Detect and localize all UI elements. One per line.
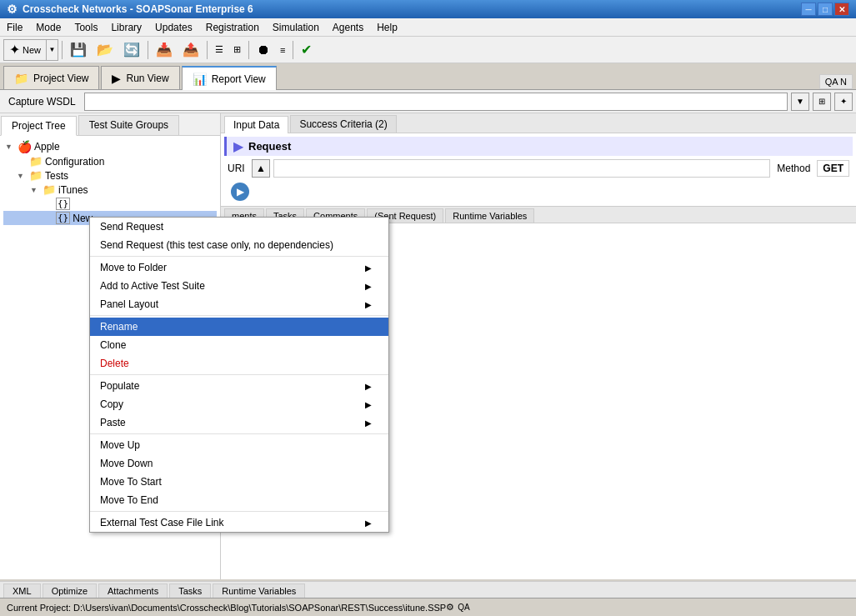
new-button-main[interactable]: ✦ New [4,40,46,59]
ctx-copy[interactable]: Copy ▶ [90,395,388,413]
tree-item-tests[interactable]: ▼ 📁 Tests [3,168,217,183]
ctx-paste-label: Paste [100,417,126,428]
ctx-sep-2 [90,315,388,316]
ctx-sep-1 [90,256,388,257]
request-send-btn[interactable]: ▶ [233,138,243,154]
ctx-arrow-external-link: ▶ [365,518,372,528]
ctx-move-up[interactable]: Move Up [90,436,388,454]
ctx-copy-label: Copy [100,398,123,410]
project-tree-tab[interactable]: Project Tree [1,116,77,136]
ctx-send-request[interactable]: Send Request [90,218,388,236]
report-view-tab[interactable]: 📊 Report View [182,66,277,90]
ctx-move-to-folder[interactable]: Move to Folder ▶ [90,258,388,277]
ctx-sep-5 [90,511,388,512]
toolbar-separator-2 [148,41,148,59]
ctx-arrow-copy: ▶ [365,400,372,409]
app-tab-xml[interactable]: XML [3,583,41,598]
new-button-group[interactable]: ✦ New ▼ [3,39,58,61]
toolbar-list-btn[interactable]: ≡ [276,39,289,61]
success-criteria-tab[interactable]: Success Criteria (2) [290,115,396,133]
ctx-add-to-test-suite[interactable]: Add to Active Test Suite ▶ [90,277,388,295]
menu-library[interactable]: Library [104,18,148,36]
uri-input[interactable] [273,159,770,178]
title-bar-text: Crosscheck Networks - SOAPSonar Enterpri… [23,3,253,15]
capture-wsdl-dropdown-btn[interactable]: ▼ [791,93,809,111]
ctx-move-to-folder-label: Move to Folder [100,262,167,273]
toolbar-export-btn[interactable]: 📤 [178,39,203,61]
toolbar-open-btn[interactable]: 📂 [93,39,118,61]
toolbar-separator-3 [207,41,208,59]
ctx-external-link[interactable]: External Test Case File Link ▶ [90,513,388,532]
table-icon: ⊞ [233,44,241,55]
toolbar-separator-5 [293,41,293,59]
ctx-move-to-end-label: Move To End [100,494,158,506]
circle-icon: ⏺ [257,43,270,58]
app-tab-tasks[interactable]: Tasks [169,583,211,598]
app-tab-runtime-variables[interactable]: Runtime Variables [213,583,305,598]
ctx-rename[interactable]: Rename [90,318,388,336]
ctx-send-request-only[interactable]: Send Request (this test case only, no de… [90,236,388,254]
ctx-arrow-move-to-folder: ▶ [365,263,372,273]
menu-tools[interactable]: Tools [68,18,104,36]
capture-wsdl-extra-btn[interactable]: ✦ [834,93,853,111]
close-button[interactable]: ✕ [834,3,849,16]
project-view-tab[interactable]: 📁 Project View [3,66,99,89]
menu-updates[interactable]: Updates [148,18,199,36]
refresh-icon: 🔄 [123,42,140,58]
toolbar-import-btn[interactable]: 📥 [152,39,177,61]
tests-label: Tests [45,170,68,182]
uri-arrow-btn[interactable]: ▲ [252,159,270,178]
capture-wsdl-action-btn[interactable]: ⊞ [813,93,831,111]
toolbar-check-btn[interactable]: ✔ [297,39,316,61]
configuration-label: Configuration [45,156,104,168]
menu-agents[interactable]: Agents [326,18,370,36]
project-view-label: Project View [33,73,88,84]
context-menu: Send Request Send Request (this test cas… [89,217,389,533]
app-bottom-tabs: XML Optimize Attachments Tasks Runtime V… [0,581,856,598]
title-bar: ⚙ Crosscheck Networks - SOAPSonar Enterp… [0,0,856,18]
toolbar-save-btn[interactable]: 💾 [66,39,91,61]
status-right: ⚙ QA [446,602,469,613]
tree-item-itunes[interactable]: ▼ 📁 iTunes [3,183,217,197]
maximize-button[interactable]: □ [818,3,833,16]
configuration-icon: 📁 [29,155,43,168]
new-dropdown-arrow[interactable]: ▼ [46,40,58,60]
input-data-tab[interactable]: Input Data [224,116,288,133]
ctx-move-down[interactable]: Move Down [90,454,388,473]
toolbar-circle-btn[interactable]: ⏺ [253,39,274,61]
tree-item-configuration[interactable]: 📁 Configuration [3,154,217,168]
ctx-move-to-start[interactable]: Move To Start [90,473,388,491]
app-tab-attachments[interactable]: Attachments [98,583,168,598]
toolbar-table-btn[interactable]: ⊞ [229,39,245,61]
ctx-panel-layout[interactable]: Panel Layout ▶ [90,295,388,313]
toolbar-separator-4 [248,41,249,59]
status-text: Current Project: D:\Users\ivan\Documents… [7,603,446,613]
run-view-icon: ▶ [112,72,121,85]
minimize-button[interactable]: ─ [801,3,816,16]
ctx-delete[interactable]: Delete [90,354,388,373]
ctx-paste[interactable]: Paste ▶ [90,413,388,432]
tree-item-apple[interactable]: ▼ 🍎 Apple [3,139,217,154]
run-view-tab[interactable]: ▶ Run View [101,66,179,89]
test-suite-groups-tab[interactable]: Test Suite Groups [78,115,179,135]
itunes-label: iTunes [58,184,88,196]
menu-mode[interactable]: Mode [29,18,68,36]
ctx-clone[interactable]: Clone [90,336,388,354]
menu-simulation[interactable]: Simulation [266,18,326,36]
tree-item-unnamed[interactable]: {} [3,197,217,211]
toolbar-grid-btn[interactable]: ☰ [211,39,228,61]
app-tab-optimize[interactable]: Optimize [43,583,97,598]
menu-file[interactable]: File [0,18,29,36]
request-action-icon: ▶ [237,186,244,198]
ctx-sep-3 [90,374,388,375]
menu-help[interactable]: Help [370,18,404,36]
ctx-populate[interactable]: Populate ▶ [90,377,388,395]
menu-registration[interactable]: Registration [199,18,266,36]
toolbar-refresh-btn[interactable]: 🔄 [119,39,144,61]
bottom-tab-runtime-variables[interactable]: Runtime Variables [445,208,534,223]
capture-wsdl-input[interactable] [84,93,788,111]
apple-label: Apple [34,141,60,153]
ctx-move-to-end[interactable]: Move To End [90,491,388,509]
qa-badge: QA N [819,74,853,89]
export-icon: 📤 [183,42,199,58]
